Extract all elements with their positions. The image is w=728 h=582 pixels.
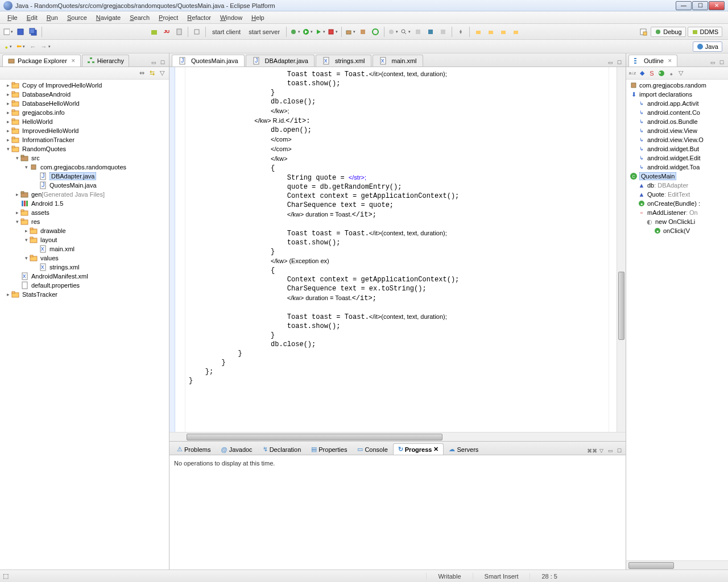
tree-item[interactable]: ▸ImprovedHelloWorld bbox=[0, 126, 169, 135]
outline-item[interactable]: ⬇import declarations bbox=[626, 90, 728, 99]
code-editor[interactable]: Toast toast = Toast.</it>(context, text,… bbox=[185, 67, 609, 432]
view-menu-bottom-button[interactable]: ▽ bbox=[597, 447, 605, 455]
editor-area[interactable]: Toast toast = Toast.</it>(context, text,… bbox=[169, 67, 626, 432]
menu-edit[interactable]: Edit bbox=[22, 13, 42, 22]
run-last-button[interactable] bbox=[315, 26, 326, 38]
new-type-button[interactable] bbox=[370, 26, 381, 38]
collapse-button[interactable]: ⬥ bbox=[2, 41, 14, 52]
outline-item[interactable]: ●onCreate(Bundle) : bbox=[626, 199, 728, 208]
tree-item[interactable]: ▸StatsTracker bbox=[0, 290, 169, 299]
editor-tab[interactable]: JQuotesMain.java bbox=[172, 55, 245, 66]
hierarchy-tab[interactable]: Hierarchy bbox=[82, 55, 129, 66]
tree-item[interactable]: ▸assets bbox=[0, 208, 169, 217]
save-button[interactable] bbox=[15, 26, 26, 38]
run-button[interactable] bbox=[302, 26, 313, 38]
search-button[interactable] bbox=[400, 26, 411, 38]
maximize-outline-button[interactable]: ☐ bbox=[718, 59, 726, 66]
save-all-button[interactable] bbox=[27, 26, 39, 38]
horizontal-scrollbar[interactable] bbox=[169, 432, 626, 441]
tree-item[interactable]: ▾values bbox=[0, 253, 169, 263]
tree-item[interactable]: default.properties bbox=[0, 281, 169, 290]
tree-item[interactable]: ▾res bbox=[0, 217, 169, 226]
close-icon[interactable]: ✕ bbox=[433, 446, 439, 453]
build-button[interactable] bbox=[191, 26, 202, 38]
start-server-button[interactable]: start server bbox=[245, 27, 283, 36]
folder-yellow-button[interactable] bbox=[473, 26, 484, 38]
vertical-scrollbar[interactable] bbox=[617, 67, 626, 432]
outline-item[interactable]: ↳android.widget.But bbox=[626, 144, 728, 153]
external-tools-button[interactable] bbox=[327, 26, 338, 38]
outline-item[interactable]: ▫mAddListener : On bbox=[626, 208, 728, 217]
view-menu-button[interactable]: ▽ bbox=[158, 69, 167, 78]
outline-item[interactable]: ↳android.widget.Toa bbox=[626, 163, 728, 172]
folding-ruler[interactable] bbox=[169, 67, 175, 432]
folder4-button[interactable] bbox=[510, 26, 522, 38]
tree-item[interactable]: ▸gen [Generated Java Files] bbox=[0, 190, 169, 199]
maximize-panel-button[interactable]: ☐ bbox=[159, 59, 167, 66]
outline-item[interactable]: ↳android.view.View bbox=[626, 126, 728, 135]
bottom-tab-console[interactable]: ▭Console bbox=[352, 443, 392, 455]
hide-fields-button[interactable]: ◆ bbox=[638, 69, 647, 78]
tree-item[interactable]: ▾com.gregjacobs.randomquotes bbox=[0, 163, 169, 172]
task-button[interactable] bbox=[437, 26, 449, 38]
tree-item[interactable]: xstrings.xml bbox=[0, 263, 169, 272]
outline-item[interactable]: ●onClick(V bbox=[626, 226, 728, 235]
outline-tree[interactable]: com.gregjacobs.random⬇import declaration… bbox=[626, 80, 728, 560]
outline-item[interactable]: ◐new OnClickLi bbox=[626, 217, 728, 226]
window-minimize-button[interactable]: — bbox=[676, 1, 692, 10]
folder2-button[interactable] bbox=[485, 26, 497, 38]
tree-item[interactable]: ▸DatabaseHelloWorld bbox=[0, 99, 169, 108]
forward-button[interactable]: → bbox=[40, 41, 51, 52]
back-button[interactable]: ⬅ bbox=[15, 41, 26, 52]
outline-item[interactable]: ↳android.view.View.O bbox=[626, 135, 728, 144]
menu-project[interactable]: Project bbox=[154, 13, 183, 22]
new-button[interactable] bbox=[2, 26, 14, 38]
collapse-all-button[interactable]: ⇔ bbox=[137, 69, 146, 78]
window-close-button[interactable]: ✕ bbox=[709, 1, 725, 10]
ddms-perspective-button[interactable]: DDMS bbox=[688, 27, 722, 37]
debug-button[interactable] bbox=[289, 26, 301, 38]
open-type-button[interactable] bbox=[387, 26, 399, 38]
overview-ruler[interactable] bbox=[609, 67, 617, 432]
bottom-tab-progress[interactable]: ↻Progress✕ bbox=[393, 443, 444, 455]
tree-item[interactable]: ▸InformationTracker bbox=[0, 135, 169, 144]
junit-button[interactable]: JU bbox=[161, 26, 172, 38]
hide-local-button[interactable]: ⬥ bbox=[667, 69, 676, 78]
outline-item[interactable]: ↳android.widget.Edit bbox=[626, 153, 728, 163]
outline-item[interactable]: ↳android.os.Bundle bbox=[626, 117, 728, 126]
tree-item[interactable]: ▸gregjacobs.info bbox=[0, 108, 169, 117]
outline-item[interactable]: CQuotesMain bbox=[626, 172, 728, 181]
remove-all-button[interactable]: ✖✖ bbox=[588, 447, 596, 455]
close-icon[interactable]: ✕ bbox=[71, 58, 76, 64]
menu-window[interactable]: Window bbox=[216, 13, 247, 22]
pin-button[interactable] bbox=[455, 26, 466, 38]
debug-perspective-button[interactable]: Debug bbox=[651, 27, 685, 37]
bottom-tab-servers[interactable]: ☁Servers bbox=[444, 443, 483, 455]
menu-refactor[interactable]: Refactor bbox=[183, 13, 216, 22]
tree-item[interactable]: xAndroidManifest.xml bbox=[0, 272, 169, 281]
annotation-button[interactable] bbox=[425, 26, 436, 38]
maximize-bottom-button[interactable]: ☐ bbox=[615, 447, 623, 455]
bottom-tab-properties[interactable]: ▤Properties bbox=[306, 443, 352, 455]
tree-item[interactable]: xmain.xml bbox=[0, 244, 169, 253]
outline-item[interactable]: com.gregjacobs.random bbox=[626, 81, 728, 90]
bottom-tab-problems[interactable]: ⚠Problems bbox=[172, 443, 216, 455]
menu-navigate[interactable]: Navigate bbox=[92, 13, 125, 22]
java-perspective-button[interactable]: Java bbox=[693, 41, 722, 52]
hide-nonpublic-button[interactable]: ● bbox=[657, 69, 666, 78]
line-gutter[interactable] bbox=[175, 67, 185, 432]
tree-item[interactable]: ▸HelloWorld bbox=[0, 117, 169, 126]
menu-file[interactable]: File bbox=[3, 13, 22, 22]
tree-item[interactable]: JDBAdapter.java bbox=[0, 172, 169, 181]
link-editor-button[interactable]: ⇆ bbox=[147, 69, 156, 78]
close-icon[interactable]: ✕ bbox=[668, 58, 672, 64]
outline-tab[interactable]: Outline ✕ bbox=[628, 55, 677, 66]
outline-item[interactable]: ▲db : DBAdapter bbox=[626, 181, 728, 190]
tree-item[interactable]: ▸drawable bbox=[0, 226, 169, 235]
bottom-tab-javadoc[interactable]: @Javadoc bbox=[216, 444, 257, 455]
minimize-bottom-button[interactable]: ▭ bbox=[606, 447, 614, 455]
new-package-button[interactable] bbox=[345, 26, 356, 38]
android-avd-button[interactable] bbox=[173, 26, 185, 38]
bottom-tab-declaration[interactable]: ↯Declaration bbox=[258, 443, 307, 455]
toggle-mark-button[interactable] bbox=[412, 26, 424, 38]
